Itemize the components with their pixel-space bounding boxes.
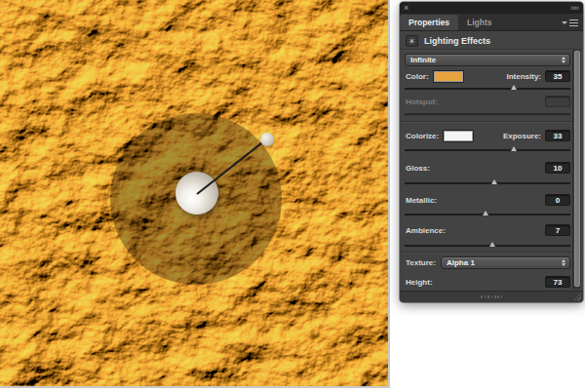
colorize-swatch[interactable]	[444, 131, 473, 141]
gloss-slider[interactable]	[405, 178, 570, 186]
intensity-slider-thumb[interactable]	[511, 85, 517, 90]
ambience-slider[interactable]	[405, 241, 570, 249]
metallic-slider-thumb[interactable]	[483, 211, 488, 216]
intensity-slider[interactable]	[405, 84, 570, 92]
gloss-label[interactable]: Gloss:	[406, 164, 430, 173]
texture-label: Texture:	[406, 258, 436, 267]
texture-value: Alpha 1	[442, 258, 562, 267]
intensity-label[interactable]: Intensity:	[506, 72, 541, 81]
ambience-label[interactable]: Ambience:	[406, 226, 446, 235]
exposure-label[interactable]: Exposure:	[503, 132, 541, 140]
gloss-value[interactable]: 10	[545, 162, 570, 174]
color-label: Color:	[406, 72, 429, 81]
panel-header: ✳ Lighting Effects	[406, 34, 577, 47]
height-label[interactable]: Height:	[406, 278, 433, 287]
tab-lights[interactable]: Lights	[458, 15, 501, 30]
gloss-slider-thumb[interactable]	[491, 179, 497, 184]
light-color-swatch[interactable]	[434, 71, 463, 82]
gloss-slider-track[interactable]	[405, 182, 570, 185]
intensity-value[interactable]: 35	[545, 70, 570, 82]
chevron-down-icon	[562, 21, 567, 24]
light-type-select[interactable]: Infinite	[405, 54, 570, 66]
metallic-label[interactable]: Metallic:	[406, 196, 437, 205]
height-value[interactable]: 73	[545, 276, 570, 288]
hotspot-slider	[405, 109, 570, 117]
document-canvas	[0, 0, 390, 388]
colorize-label: Colorize:	[406, 132, 439, 140]
close-icon[interactable]: ×	[404, 4, 409, 13]
ambience-value[interactable]: 7	[545, 224, 570, 236]
separator	[400, 49, 583, 51]
hamburger-icon	[569, 20, 578, 26]
scrollbar-thumb[interactable]	[574, 51, 580, 287]
properties-panel: × »» Properties Lights ✳ Lighting Effect…	[400, 2, 583, 302]
resize-dots-handle[interactable]	[481, 295, 502, 298]
ambience-slider-thumb[interactable]	[489, 242, 495, 247]
exposure-slider[interactable]	[405, 145, 570, 153]
tab-properties[interactable]: Properties	[400, 15, 458, 30]
panel-content: ✳ Lighting Effects Infinite Color: Inten…	[400, 31, 583, 292]
light-type-value: Infinite	[406, 56, 562, 64]
intensity-slider-track[interactable]	[405, 88, 570, 91]
hotspot-value	[545, 96, 570, 107]
select-stepper-icon	[562, 259, 566, 266]
ambience-slider-track[interactable]	[405, 245, 570, 248]
texture-select[interactable]: Alpha 1	[441, 256, 570, 269]
collapse-to-icons-icon[interactable]: »»	[570, 4, 578, 13]
metallic-value[interactable]: 0	[545, 194, 570, 206]
metallic-slider[interactable]	[405, 210, 570, 217]
hotspot-label: Hotspot:	[406, 98, 438, 106]
hotspot-slider-track	[405, 113, 570, 116]
panel-scrollbar[interactable]	[572, 49, 581, 290]
exposure-slider-thumb[interactable]	[511, 146, 517, 151]
panel-titlebar[interactable]: × »»	[400, 2, 583, 14]
resize-grip-icon[interactable]	[573, 293, 581, 300]
exposure-slider-track[interactable]	[405, 149, 570, 152]
lighting-effects-icon: ✳	[406, 35, 418, 47]
exposure-value[interactable]: 33	[545, 130, 570, 141]
page-title: Lighting Effects	[424, 36, 490, 46]
light-widget-handle-ball[interactable]	[260, 133, 274, 146]
panel-bottom-bar	[400, 291, 583, 302]
panel-tabs: Properties Lights	[400, 14, 583, 31]
select-stepper-icon	[562, 57, 566, 63]
separator	[400, 252, 583, 254]
panel-menu-icon[interactable]	[562, 20, 578, 26]
separator	[400, 121, 583, 123]
